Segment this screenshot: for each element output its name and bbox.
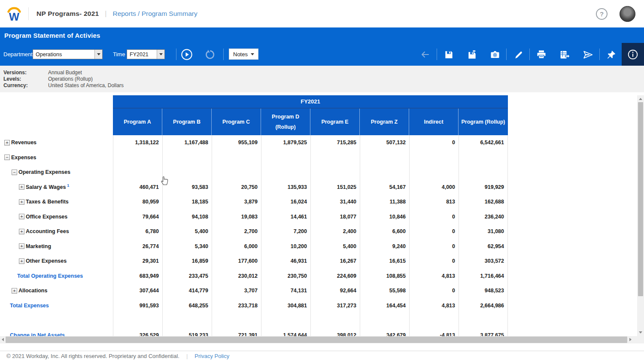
row-label: Change in Net Assets — [10, 332, 65, 336]
value-cell: 2,400 — [310, 224, 360, 239]
value-cell: 683,949 — [113, 269, 162, 284]
value-cell — [162, 313, 212, 328]
expand-toggle-icon[interactable]: + — [4, 140, 10, 146]
annotate-button[interactable] — [513, 49, 524, 60]
value-cell — [261, 150, 310, 165]
expand-toggle-icon[interactable]: + — [19, 184, 24, 190]
print-button[interactable] — [536, 49, 547, 60]
help-icon[interactable]: ? — [596, 8, 608, 20]
toolbar-divider — [506, 49, 507, 60]
send-icon — [583, 49, 593, 60]
pen-icon — [513, 50, 523, 60]
footer-separator: | — [186, 353, 188, 359]
value-cell — [113, 165, 162, 180]
export-button[interactable] — [559, 49, 570, 60]
table-header-period-row: FY2021 — [0, 95, 508, 109]
vertical-scrollbar[interactable] — [637, 95, 644, 336]
value-cell: 10,200 — [261, 239, 310, 254]
value-cell — [310, 313, 360, 328]
department-select[interactable]: Operations — [33, 49, 103, 59]
run-report-button[interactable] — [181, 49, 193, 61]
pin-icon — [606, 50, 616, 60]
expand-toggle-icon[interactable]: + — [19, 199, 24, 205]
scroll-down-icon[interactable] — [639, 331, 642, 334]
value-cell: 20,750 — [212, 180, 261, 195]
value-cell: 0 — [409, 254, 459, 269]
report-parameters: Versions: Annual Budget Levels: Operatio… — [0, 66, 644, 92]
vertical-scroll-thumb[interactable] — [638, 102, 643, 296]
value-cell: 16,024 — [261, 194, 310, 209]
value-cell: 236,240 — [459, 209, 508, 224]
expand-toggle-icon[interactable]: + — [19, 214, 24, 219]
value-cell — [212, 165, 261, 180]
breadcrumb[interactable]: Reports / Program Summary — [112, 10, 197, 18]
department-value: Operations — [33, 52, 94, 58]
row-label-cell: +Marketing — [0, 239, 113, 254]
value-cell: 92,664 — [310, 283, 360, 298]
department-label: Department — [3, 43, 33, 66]
avatar[interactable] — [620, 6, 635, 22]
save-as-button[interactable] — [466, 49, 477, 60]
info-panel-button[interactable] — [622, 43, 644, 66]
value-cell: 2,664,986 — [459, 298, 508, 313]
value-cell — [360, 150, 409, 165]
value-cell: -4,813 — [409, 328, 459, 337]
back-button[interactable] — [419, 49, 431, 60]
value-cell: 307,644 — [113, 283, 162, 298]
footer: © 2021 Workday, Inc. All rights reserved… — [0, 351, 644, 361]
save-button[interactable] — [443, 49, 454, 60]
scroll-left-icon[interactable] — [2, 338, 4, 341]
breadcrumb-separator: | — [105, 10, 106, 18]
time-value: FY2021 — [127, 52, 157, 58]
table-row: Total Expenses991,593648,255233,718304,8… — [0, 298, 508, 313]
row-label-cell: Total Expenses — [0, 298, 113, 313]
levels-value: Operations (Rollup) — [48, 76, 93, 82]
value-cell: 7,200 — [261, 224, 310, 239]
value-cell: 342,679 — [360, 328, 409, 337]
undo-icon — [204, 49, 215, 60]
expand-toggle-icon[interactable]: + — [19, 243, 24, 249]
time-select[interactable]: FY2021 — [127, 49, 165, 59]
horizontal-scroll-thumb[interactable] — [6, 337, 627, 343]
row-label: Taxes & Benefits — [26, 199, 69, 205]
value-cell: 326,529 — [113, 328, 162, 337]
expand-toggle-icon[interactable]: + — [19, 229, 24, 234]
collapse-toggle-icon[interactable]: − — [12, 170, 17, 175]
app-window: W NP Programs- 2021 | Reports / Program … — [0, 0, 644, 361]
privacy-policy-link[interactable]: Privacy Policy — [194, 353, 229, 359]
value-cell: 4,813 — [409, 298, 459, 313]
value-cell: 991,593 — [113, 298, 162, 313]
value-cell: 3,877,675 — [459, 328, 508, 337]
notes-label: Notes — [233, 51, 248, 58]
scroll-right-icon[interactable] — [629, 338, 632, 341]
notes-dropdown[interactable]: Notes — [229, 49, 258, 60]
table-row: +Office Expenses79,66494,10819,08314,461… — [0, 209, 508, 224]
value-cell — [459, 313, 508, 328]
value-cell: 721,391 — [212, 328, 261, 337]
expand-toggle-icon[interactable]: + — [12, 288, 17, 294]
row-label-cell — [0, 313, 113, 328]
collapse-toggle-icon[interactable]: − — [4, 155, 10, 160]
value-cell: 519,233 — [162, 328, 212, 337]
versions-label: Versions: — [0, 70, 48, 76]
row-label: Expenses — [11, 155, 36, 161]
note-superscript[interactable]: 1 — [67, 183, 69, 188]
scroll-up-icon[interactable] — [639, 98, 642, 100]
snapshot-button[interactable] — [489, 49, 501, 60]
pin-button[interactable] — [605, 49, 617, 60]
row-label: Total Operating Expenses — [17, 273, 83, 279]
row-label-cell: Change in Net Assets — [0, 328, 113, 337]
send-button[interactable] — [582, 49, 593, 60]
expand-toggle-icon[interactable]: + — [19, 258, 24, 264]
workday-logo[interactable]: W — [0, 5, 28, 22]
value-cell — [113, 313, 162, 328]
value-cell: 135,933 — [261, 180, 310, 195]
value-cell: 18,185 — [162, 194, 212, 209]
horizontal-scrollbar[interactable] — [0, 336, 644, 343]
value-cell — [409, 313, 459, 328]
value-cell: 5,400 — [310, 239, 360, 254]
value-cell: 3,879 — [212, 194, 261, 209]
undo-button[interactable] — [204, 49, 216, 61]
value-cell: 108,855 — [360, 269, 409, 284]
back-arrow-icon — [420, 49, 430, 60]
